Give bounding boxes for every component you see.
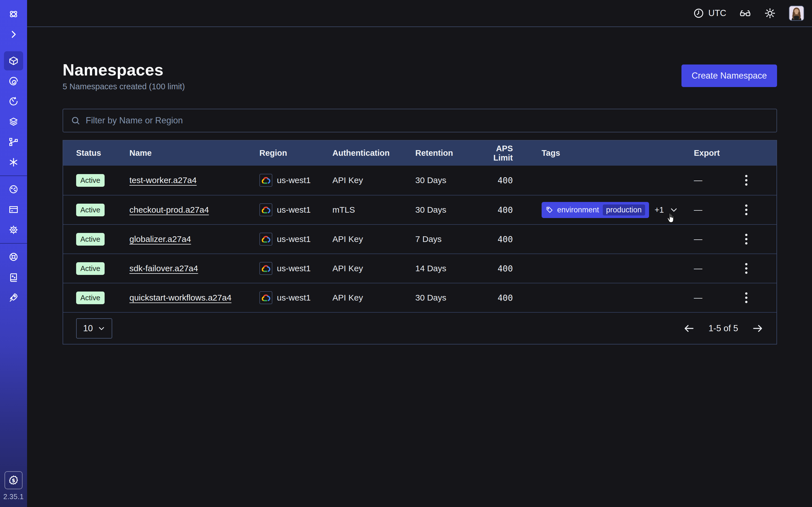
col-header-tags: Tags — [515, 149, 672, 158]
table-row: Active globalizer.a27a4 us-west1 API Key… — [63, 224, 776, 253]
export-value: — — [672, 205, 729, 215]
getting-started-rocket-icon — [8, 292, 18, 302]
export-value: — — [672, 234, 729, 244]
user-avatar[interactable] — [789, 6, 804, 21]
settings-gear-icon — [8, 225, 18, 235]
col-header-aps-limit: APS Limit — [481, 144, 515, 163]
sidebar-item-batch-operations[interactable] — [0, 112, 27, 132]
table-header-row: Status Name Region Authentication Retent… — [63, 140, 776, 166]
region-name: us-west1 — [277, 264, 311, 273]
workflows-spiral-icon — [8, 76, 18, 86]
clock-icon — [693, 8, 704, 19]
table-row: Active sdk-failover.a27a4 us-west1 API K… — [63, 253, 776, 283]
tag-icon — [546, 206, 553, 214]
expand-sidebar-chevron-icon[interactable] — [0, 24, 27, 45]
authentication-value: API Key — [333, 175, 415, 185]
namespace-link[interactable]: quickstart-workflows.a27a4 — [130, 293, 232, 302]
tag-key: environment — [557, 206, 599, 214]
sidebar-item-deployments[interactable] — [0, 132, 27, 152]
authentication-value: mTLS — [333, 205, 415, 215]
pagination: 1-5 of 5 — [683, 323, 763, 334]
aps-limit-value: 400 — [481, 205, 515, 215]
export-value: — — [672, 264, 729, 273]
row-menu-kebab-button[interactable] — [742, 231, 750, 247]
retention-value: 7 Days — [415, 234, 481, 244]
billing-card-icon — [8, 205, 18, 215]
sidebar-item-usage[interactable] — [0, 179, 27, 200]
sidebar-item-workflows[interactable] — [0, 71, 27, 91]
gcp-cloud-icon — [259, 174, 272, 187]
namespace-link[interactable]: globalizer.a27a4 — [130, 234, 191, 244]
namespace-link[interactable]: sdk-failover.a27a4 — [130, 264, 198, 273]
sidebar-item-namespaces[interactable] — [0, 51, 27, 71]
col-header-status: Status — [76, 149, 130, 158]
gcp-cloud-icon — [259, 291, 272, 304]
retention-value: 30 Days — [415, 205, 481, 215]
status-badge: Active — [76, 262, 105, 275]
status-badge: Active — [76, 204, 105, 216]
region-name: us-west1 — [277, 175, 311, 185]
reader-glasses-icon[interactable] — [739, 7, 751, 19]
app-version: 2.35.1 — [3, 493, 24, 501]
page-size-select[interactable]: 10 — [76, 318, 112, 339]
sidebar-item-schedules[interactable] — [0, 91, 27, 112]
aps-limit-value: 400 — [481, 264, 515, 274]
create-namespace-button[interactable]: Create Namespace — [681, 64, 777, 87]
main-content: Namespaces 5 Namespaces created (100 lim… — [27, 27, 812, 507]
sidebar-item-getting-started[interactable] — [0, 287, 27, 307]
aps-limit-value: 400 — [481, 293, 515, 303]
sidebar-item-nexus[interactable] — [0, 152, 27, 172]
table-body: Active test-worker.a27a4 us-west1 API Ke… — [63, 166, 776, 312]
usage-gauge-icon — [8, 184, 18, 194]
table-row: Active checkout-prod.a27a4 us-west1 mTLS… — [63, 195, 776, 224]
retention-value: 30 Days — [415, 293, 481, 302]
row-menu-kebab-button[interactable] — [742, 260, 750, 277]
row-menu-kebab-button[interactable] — [742, 290, 750, 306]
gcp-cloud-icon — [259, 203, 272, 216]
namespace-link[interactable]: checkout-prod.a27a4 — [130, 205, 209, 214]
sidebar: $ 2.35.1 — [0, 0, 27, 507]
timezone-selector[interactable]: UTC — [693, 8, 726, 19]
sidebar-separator — [0, 243, 27, 244]
pricing-dollar-badge-icon[interactable]: $ — [4, 471, 22, 489]
authentication-value: API Key — [333, 264, 415, 273]
sidebar-bottom: $ 2.35.1 — [0, 471, 27, 501]
tag-value: production — [603, 205, 645, 216]
col-header-authentication: Authentication — [333, 149, 415, 158]
export-value: — — [672, 175, 729, 185]
sidebar-separator — [0, 175, 27, 176]
sidebar-item-billing[interactable] — [0, 200, 27, 220]
region-name: us-west1 — [277, 205, 311, 215]
page-subtitle: 5 Namespaces created (100 limit) — [63, 82, 185, 91]
status-badge: Active — [76, 291, 105, 304]
aps-limit-value: 400 — [481, 234, 515, 244]
temporal-logo-icon[interactable] — [0, 4, 27, 24]
next-page-button[interactable] — [752, 323, 763, 334]
namespaces-table: Status Name Region Authentication Retent… — [63, 140, 777, 344]
row-menu-kebab-button[interactable] — [742, 202, 750, 218]
pagination-range: 1-5 of 5 — [709, 323, 738, 334]
previous-page-button[interactable] — [683, 323, 695, 334]
region-name: us-west1 — [277, 293, 311, 302]
svg-text:$: $ — [12, 477, 15, 483]
namespace-link[interactable]: test-worker.a27a4 — [130, 175, 197, 185]
sidebar-item-docs[interactable] — [0, 267, 27, 287]
status-badge: Active — [76, 233, 105, 245]
light-theme-sun-icon[interactable] — [764, 7, 776, 19]
export-value: — — [672, 293, 729, 302]
authentication-value: API Key — [333, 293, 415, 302]
col-header-export: Export — [672, 149, 729, 158]
col-header-region: Region — [259, 149, 333, 158]
filter-input[interactable] — [86, 115, 769, 126]
tag-pill[interactable]: environmentproduction — [542, 202, 649, 218]
sidebar-item-settings[interactable] — [0, 220, 27, 240]
retention-value: 30 Days — [415, 175, 481, 185]
row-menu-kebab-button[interactable] — [742, 172, 750, 188]
deployments-branch-icon — [8, 137, 18, 147]
timezone-label: UTC — [708, 8, 726, 18]
page-size-value: 10 — [83, 323, 93, 334]
region-name: us-west1 — [277, 234, 311, 244]
namespaces-cube-icon — [8, 56, 18, 66]
sidebar-item-support[interactable] — [0, 247, 27, 267]
authentication-value: API Key — [333, 234, 415, 244]
